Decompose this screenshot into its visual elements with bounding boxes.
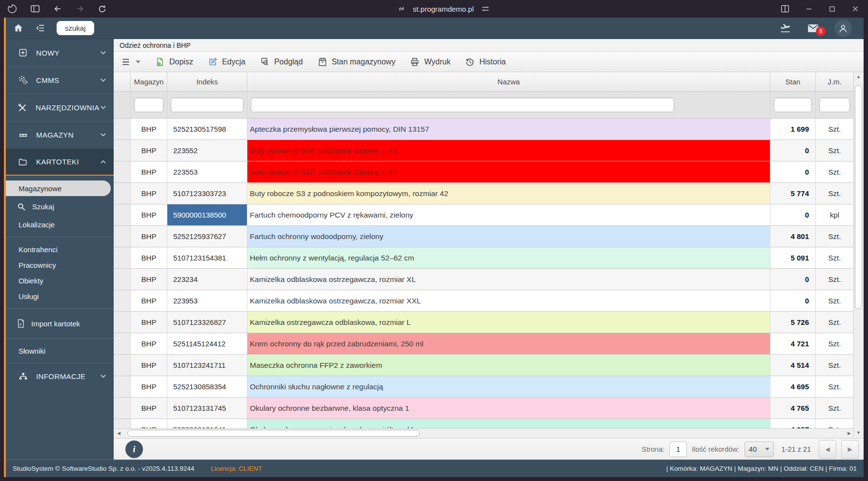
table-row[interactable]: BHP223234Kamizelka odblaskowa ostrzegawc… [114,269,853,290]
cell-jm: Szt. [816,419,853,428]
cell-selector[interactable] [114,269,131,290]
vertical-scrollbar[interactable]: ▲ ▼ [853,72,864,438]
sidebar-group-kartoteki[interactable]: KARTOTEKI [6,148,114,176]
scroll-up-icon[interactable]: ▲ [856,75,861,79]
stock-icon [318,57,327,67]
filter-input-stan[interactable] [774,98,812,112]
cell-nazwa: Maseczka ochronna FFP2 z zaworkiem [247,355,770,376]
grid-menu-button[interactable] [121,58,141,66]
mail-icon[interactable]: 8 [807,23,820,33]
browser-logo-icon[interactable] [7,3,18,14]
table-row[interactable]: BHP5107123303723Buty robocze S3 z podnos… [114,183,853,204]
horizontal-scroll-thumb[interactable] [127,430,420,437]
cell-selector[interactable] [114,226,131,247]
sidebar-group-narzędziownia[interactable]: NARZĘDZIOWNIA [6,94,114,121]
toolbar-button-preview[interactable]: Podgląd [260,57,303,67]
table-row[interactable]: BHP223552Buty ochronne S1P, podnosek sta… [114,140,853,161]
sidebar-item-import-kartotek[interactable]: xImport kartotek [6,313,114,334]
cell-selector[interactable] [114,398,131,419]
scroll-down-icon[interactable]: ▼ [856,431,861,435]
sidebar-item-szukaj[interactable]: Szukaj [6,196,114,217]
sidebar-item-słowniki[interactable]: Słowniki [6,343,114,359]
header-magazyn[interactable]: Magazyn [131,72,167,91]
sidebar-toggle-icon[interactable] [30,4,40,13]
cell-jm: Szt. [816,376,853,397]
table-row[interactable]: BHP5900000138500Fartuch chemoodporny PCV… [114,204,853,226]
sidebar-group-magazyn[interactable]: MAGAZYN [6,121,114,148]
table-row[interactable]: BHP223553Buty ochronne S1P, podnosek sta… [114,161,853,183]
scroll-left-icon[interactable]: ◀ [117,431,121,436]
cell-jm: Szt. [816,247,853,268]
sidebar-item-obiekty[interactable]: Obiekty [6,273,114,288]
toolbar-button-print[interactable]: Wydruk [410,57,450,67]
user-avatar[interactable] [834,20,852,37]
table-row[interactable]: BHP5107123326827Kamizelka ostrzegawcza o… [114,312,853,333]
table-row[interactable]: BHP5107123154381Hełm ochronny z wentylac… [114,247,853,269]
table-row[interactable]: BHP5252130858354Ochronniki słuchu nagłow… [114,376,853,398]
sidebar-item-magazynowe[interactable]: Magazynowe [6,180,111,196]
split-view-icon[interactable] [781,5,789,13]
cell-selector[interactable] [114,183,131,204]
prev-page-button[interactable]: ◀ [819,440,836,459]
cell-selector[interactable] [114,312,131,333]
table-row[interactable]: BHP223953Kamizelka odblaskowa ostrzegawc… [114,290,853,312]
table-row[interactable]: BHP5252125937627Fartuch ochronny wodoodp… [114,226,853,247]
pagination-bar: i Strona: Ilość rekordów: 40 1-21 z 21 ◀… [114,438,864,460]
minimize-icon[interactable] [805,5,813,13]
table-row[interactable]: BHP5251145124412Krem ochronny do rąk prz… [114,333,853,355]
toolbar-button-stock[interactable]: Stan magazynowy [318,57,396,67]
cell-selector[interactable] [114,376,131,397]
flight-icon[interactable] [779,22,792,34]
horizontal-scrollbar[interactable]: ◀ ▶ [114,428,853,438]
table-row[interactable]: BHP5107123241711Maseczka ochronna FFP2 z… [114,355,853,376]
cell-selector[interactable] [114,419,131,428]
sidebar-item-usługi[interactable]: Usługi [6,288,114,304]
sidebar-group-nowy[interactable]: NOWY [6,39,114,66]
forward-icon[interactable] [75,4,85,13]
sidebar-group-cmms[interactable]: CMMS [6,66,114,94]
home-icon[interactable] [13,23,24,33]
filter-input-jm[interactable] [819,98,850,112]
search-button[interactable]: szukaj [57,21,94,35]
table-row[interactable]: BHP5107123131745Okulary ochronne bezbarw… [114,398,853,419]
reload-icon[interactable] [98,4,107,14]
header-jm[interactable]: J.m. [816,72,853,91]
sidebar-item-kontrahenci[interactable]: Kontrahenci [6,241,114,257]
filter-input-nazwa[interactable] [251,98,674,112]
toolbar-button-edit[interactable]: Edycja [208,57,245,67]
close-icon[interactable] [851,5,859,13]
filter-input-indeks[interactable] [171,98,243,112]
header-stan[interactable]: Stan [770,72,816,91]
info-button[interactable]: i [125,441,143,458]
next-page-button[interactable]: ▶ [841,440,859,459]
records-per-page-select[interactable]: 40 [745,441,774,457]
header-indeks[interactable]: Indeks [167,72,247,91]
filter-input-magazyn[interactable] [134,98,163,112]
back-icon[interactable] [53,4,62,13]
toolbar-button-history[interactable]: Historia [465,57,505,67]
cell-selector[interactable] [114,333,131,354]
table-row[interactable]: BHP5252130517598Apteczka przemysłowa pie… [114,119,853,140]
cell-selector[interactable] [114,355,131,376]
cell-selector[interactable] [114,204,131,225]
sidebar-item-lokalizacje[interactable]: Lokalizacje [6,217,114,232]
tune-icon[interactable] [481,4,490,13]
header-nazwa[interactable]: Nazwa [247,72,770,91]
cell-indeks: 5252130517598 [167,119,247,140]
cell-selector[interactable] [114,247,131,268]
toolbar-button-add-document[interactable]: Dopisz [155,57,193,67]
sidebar-group-informacje[interactable]: INFORMACJE [6,362,114,390]
cell-selector[interactable] [114,290,131,311]
collapse-menu-icon[interactable] [35,23,46,33]
address-bar[interactable]: st.programdemo.pl [397,4,490,13]
vertical-scroll-thumb[interactable] [855,85,862,309]
scroll-right-icon[interactable]: ▶ [848,431,851,436]
page-input[interactable] [669,441,687,457]
cell-selector[interactable] [114,161,131,182]
maximize-icon[interactable] [828,5,836,13]
table-row[interactable]: BHP5900000121641Okulary ochronne przeciw… [114,419,853,428]
cell-magazyn: BHP [131,204,167,225]
sidebar-item-pracownicy[interactable]: Pracownicy [6,257,114,273]
cell-selector[interactable] [114,119,131,140]
cell-selector[interactable] [114,140,131,161]
